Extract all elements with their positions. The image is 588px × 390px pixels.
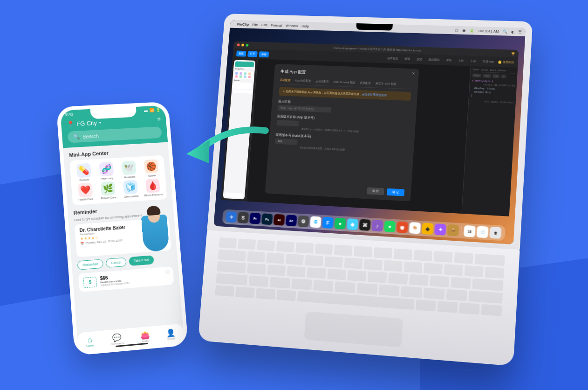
dock-app[interactable]: Pr xyxy=(249,213,261,224)
menu-window[interactable]: Window xyxy=(286,23,299,28)
menu-help[interactable]: Help xyxy=(301,24,309,28)
menubar-time[interactable]: Tue 9:41 AM xyxy=(478,28,499,33)
devtools-tab[interactable]: Styles xyxy=(472,68,479,71)
nav-profile[interactable]: 👤 Profile xyxy=(166,328,176,341)
toolbar-action[interactable]: 真机调试 xyxy=(426,56,442,63)
dock-app[interactable]: 📦 xyxy=(447,224,459,237)
devtools-filter[interactable]: Filter xyxy=(472,74,481,78)
toolbar-tab[interactable]: 保存 xyxy=(259,51,269,57)
toolbar-action[interactable]: 编译 xyxy=(402,56,413,62)
nav-home[interactable]: ⌂ Home xyxy=(86,335,94,348)
toolbar-action[interactable]: 基本信息 xyxy=(384,55,400,62)
menu-format[interactable]: Format xyxy=(271,23,282,27)
mini-app-item[interactable]: 🧊Chiropractic xyxy=(119,180,143,199)
location-label[interactable]: FG City xyxy=(76,119,97,127)
traffic-light-zoom[interactable] xyxy=(246,44,248,47)
cancel-button[interactable]: Cancel xyxy=(106,258,127,268)
modal-tab[interactable]: 权限配置 xyxy=(360,81,371,86)
menubar-app-name[interactable]: FinClip xyxy=(237,22,249,26)
spotlight-icon[interactable]: 🔍 xyxy=(503,29,508,34)
menu-file[interactable]: File xyxy=(252,22,258,27)
build-version-input[interactable] xyxy=(275,139,298,145)
nav-comments[interactable]: 💬 Comments xyxy=(110,333,124,346)
toolbar-action[interactable]: 工具 xyxy=(468,58,479,64)
devtools-tab[interactable]: Layout xyxy=(481,68,488,71)
mini-app-item[interactable]: ❤️Health Care xyxy=(73,182,97,202)
dock-app[interactable]: 📄 xyxy=(477,226,489,238)
traffic-light-close[interactable] xyxy=(237,43,240,46)
dock-app[interactable]: ♪ xyxy=(371,220,383,231)
dock-app[interactable]: ◉ xyxy=(397,221,409,233)
search-input[interactable]: 🔍 Search xyxy=(68,126,162,143)
credit-label: 使用积分 xyxy=(503,60,514,64)
app-version-input[interactable] xyxy=(276,120,299,126)
modal-cancel-button[interactable]: 取 消 xyxy=(367,187,384,195)
touchpad[interactable] xyxy=(304,311,403,347)
dock-app[interactable]: ◆ xyxy=(422,223,434,235)
modal-close-button[interactable]: ✕ xyxy=(412,71,416,76)
toolbar-tab[interactable]: 新建 xyxy=(236,50,246,56)
category-icon: 💊 xyxy=(76,163,91,178)
scan-icon[interactable]: ⌗ xyxy=(157,116,161,123)
toolbar-action[interactable]: 生成 App xyxy=(480,58,496,65)
generate-app-modal: ✕ 生成 App 配置 基础配置 App 信息配置 启动页配置 URL Sche… xyxy=(265,64,419,201)
trophy-icon[interactable]: 🏆 xyxy=(511,52,515,55)
menu-edit[interactable]: Edit xyxy=(261,23,268,27)
modal-tab[interactable]: 基础配置 xyxy=(280,78,290,83)
modal-confirm-button[interactable]: 确 定 xyxy=(387,188,404,196)
dock-app[interactable]: ◈ xyxy=(347,218,358,230)
devtools-tab[interactable]: Event Listeners xyxy=(490,69,506,72)
take-taxi-button[interactable]: Take a taxi xyxy=(129,255,154,266)
mini-app-item[interactable]: 💊Doctors xyxy=(72,163,96,182)
modal-tab[interactable]: URL Scheme 配置 xyxy=(333,80,356,85)
dock-app[interactable]: ● xyxy=(334,217,346,229)
devtools-styles: element.style { style2.fI6.4c106fc6:18 d… xyxy=(471,78,515,104)
toolbar-action[interactable]: 详情 xyxy=(444,57,454,63)
airplay-icon[interactable]: ▢ xyxy=(455,28,459,32)
doctor-card[interactable]: Dr. Charollette Baker Pediatrician ★★★★☆… xyxy=(75,218,171,257)
siri-icon[interactable]: ◐ xyxy=(511,29,515,34)
dock-app[interactable]: ⚙ xyxy=(298,216,309,227)
credit-button[interactable]: 🪙 使用积分 xyxy=(498,60,514,64)
dock-app[interactable]: 🌐 xyxy=(310,216,321,228)
dock-app[interactable]: 18 xyxy=(464,225,476,237)
dock-app[interactable]: S xyxy=(238,212,249,223)
nav-wallet[interactable]: 👛 Wallet xyxy=(140,330,150,343)
mini-app-item[interactable]: 🧬Pharmacy xyxy=(95,161,119,181)
mini-app-item[interactable]: 🕊️Hospitals xyxy=(117,160,141,179)
dock-app[interactable]: ✧ xyxy=(226,211,237,223)
control-center-icon[interactable]: ☰ xyxy=(518,30,522,34)
warning-link[interactable]: 点击前往离线包说明 xyxy=(362,93,386,97)
dock-app[interactable]: F xyxy=(322,217,334,229)
reschedule-button[interactable]: Reshedule xyxy=(77,259,104,270)
wifi-icon[interactable]: ◉ xyxy=(462,28,466,33)
dock-app[interactable]: 🎨 xyxy=(409,222,421,234)
mini-app-item[interactable]: 🌿Elderly Care xyxy=(96,181,120,200)
info-icon[interactable]: i xyxy=(164,270,170,275)
toolbar-tab[interactable]: 打开 xyxy=(247,51,258,57)
dock-app[interactable]: ● xyxy=(384,221,396,233)
dock-app[interactable]: Ae xyxy=(286,215,297,226)
devtools-cls[interactable]: .cls xyxy=(492,74,499,78)
dock-app[interactable]: ✦ xyxy=(434,223,446,236)
modal-tab[interactable]: 第三方 SDK 配置 xyxy=(376,82,397,86)
modal-tab[interactable]: 启动页配置 xyxy=(315,79,329,84)
battery-icon[interactable]: 🔋 xyxy=(469,28,474,33)
devtools-hov[interactable]: :hov xyxy=(483,74,491,78)
insurance-card[interactable]: $ $66 Health Insurance Valid until 01 Fe… xyxy=(78,266,174,292)
dock-app[interactable]: Ai xyxy=(273,214,285,226)
chevron-down-icon[interactable]: ▾ xyxy=(99,120,101,125)
toolbar-action[interactable]: 预览 xyxy=(414,56,424,62)
mini-app-item[interactable]: 🩸Blood Pressure xyxy=(141,178,165,197)
dock-app[interactable]: ⌘ xyxy=(359,219,370,231)
category-label: Elderly Care xyxy=(97,195,120,200)
dock-app[interactable]: 🗑 xyxy=(489,227,501,239)
toolbar-action[interactable]: 上传 xyxy=(456,57,466,64)
mini-app-item[interactable]: 🏀Sports xyxy=(140,159,164,178)
modal-tab[interactable]: App 信息配置 xyxy=(295,78,311,83)
traffic-light-minimize[interactable] xyxy=(241,44,244,47)
devtools-add[interactable]: + xyxy=(501,75,506,78)
dock-app[interactable]: Ps xyxy=(261,213,273,225)
app-version-hint: 请使用 x.y.z 方式命名，升级时请保证大于上一次输入的值 xyxy=(301,127,408,135)
app-name-input[interactable] xyxy=(278,105,332,112)
